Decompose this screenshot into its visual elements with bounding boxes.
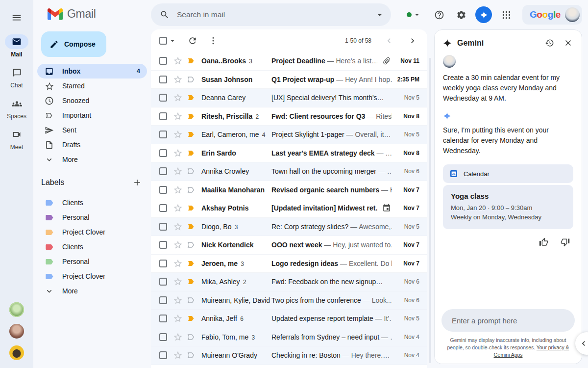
select-checkbox[interactable]	[159, 149, 167, 157]
create-label-button[interactable]	[132, 178, 142, 187]
select-checkbox[interactable]	[159, 296, 167, 304]
search-options-icon[interactable]	[374, 9, 385, 20]
gemini-toggle-button[interactable]	[475, 6, 492, 23]
star-icon[interactable]	[173, 240, 183, 250]
select-options-icon[interactable]	[168, 36, 177, 45]
select-checkbox[interactable]	[159, 278, 167, 286]
email-row[interactable]: Ritesh, Priscilla 2Fwd: Client resources…	[151, 107, 427, 126]
importance-marker-icon[interactable]	[186, 93, 196, 103]
label-item-more[interactable]: More	[37, 284, 147, 298]
prompt-input-pill[interactable]	[441, 309, 575, 332]
email-row[interactable]: Jeroen, me 3Logo redesign ideas — Excell…	[151, 255, 427, 273]
star-icon[interactable]	[173, 350, 183, 360]
compose-button[interactable]: Compose	[41, 31, 106, 57]
importance-marker-icon[interactable]	[186, 75, 196, 84]
email-row[interactable]: Annika, Jeff 6Updated expense report tem…	[151, 310, 427, 328]
sidebar-item-starred[interactable]: Starred	[37, 79, 147, 93]
avatar-yellow[interactable]	[9, 345, 24, 360]
help-button[interactable]	[429, 5, 449, 25]
rail-item-chat[interactable]: Chat	[1, 65, 32, 89]
select-checkbox[interactable]	[159, 241, 167, 249]
sidebar-item-inbox[interactable]: Inbox4	[37, 64, 147, 79]
close-icon[interactable]	[564, 38, 573, 48]
star-icon[interactable]	[173, 259, 183, 268]
sidebar-item-more[interactable]: More	[37, 152, 147, 167]
star-icon[interactable]	[173, 166, 183, 176]
refresh-button[interactable]	[188, 36, 197, 46]
select-checkbox[interactable]	[159, 204, 167, 212]
importance-marker-icon[interactable]	[186, 56, 196, 66]
account-avatar[interactable]	[565, 7, 580, 22]
presence-status[interactable]	[407, 10, 421, 19]
star-icon[interactable]	[173, 203, 183, 213]
label-item-project-clover[interactable]: Project Clover	[37, 269, 147, 284]
star-icon[interactable]	[173, 56, 183, 66]
email-row[interactable]: Diogo, Bo 3Re: Corp strategy slides? — A…	[151, 218, 427, 237]
email-row[interactable]: Erin SardoLast year's EMEA strategy deck…	[151, 144, 427, 163]
select-checkbox[interactable]	[159, 351, 167, 359]
importance-marker-icon[interactable]	[186, 130, 196, 139]
search-input[interactable]	[176, 10, 368, 20]
star-icon[interactable]	[173, 93, 183, 103]
email-row[interactable]: Susan JohnsonQ1 Project wrap-up — Hey An…	[151, 71, 427, 89]
sidebar-item-drafts[interactable]: Drafts	[37, 137, 147, 152]
select-checkbox[interactable]	[159, 131, 167, 138]
email-row[interactable]: Fabio, Tom, me 3Referrals from Sydney – …	[151, 328, 427, 347]
importance-marker-icon[interactable]	[186, 350, 196, 360]
email-row[interactable]: Akshay Potnis[Updated invitation] Midwes…	[151, 199, 427, 218]
star-icon[interactable]	[173, 222, 183, 232]
sidebar-item-important[interactable]: Important	[37, 108, 147, 123]
select-all-checkbox[interactable]	[159, 37, 167, 45]
rail-item-spaces[interactable]: Spaces	[1, 96, 32, 120]
label-item-clients[interactable]: Clients	[37, 195, 147, 210]
email-row[interactable]: Nick KortendickOOO next week — Hey, just…	[151, 236, 427, 255]
importance-marker-icon[interactable]	[186, 222, 196, 232]
main-menu-button[interactable]	[7, 8, 26, 27]
select-checkbox[interactable]	[159, 76, 167, 83]
importance-marker-icon[interactable]	[186, 314, 196, 323]
sidebar-item-sent[interactable]: Sent	[37, 123, 147, 137]
importance-marker-icon[interactable]	[186, 203, 196, 213]
email-row[interactable]: Deanna Carey[UX] Special delivery! This …	[151, 89, 427, 107]
star-icon[interactable]	[173, 148, 183, 158]
settings-button[interactable]	[451, 5, 471, 25]
select-checkbox[interactable]	[159, 260, 167, 267]
select-checkbox[interactable]	[159, 167, 167, 175]
importance-marker-icon[interactable]	[186, 259, 196, 268]
select-checkbox[interactable]	[159, 315, 167, 322]
email-row[interactable]: Mika, Ashley 2Fwd: Feedback on the new s…	[151, 273, 427, 291]
select-checkbox[interactable]	[159, 223, 167, 231]
avatar-green[interactable]	[9, 302, 24, 317]
star-icon[interactable]	[173, 277, 183, 287]
email-row[interactable]: Annika CrowleyTown hall on the upcoming …	[151, 162, 427, 181]
select-checkbox[interactable]	[159, 57, 167, 65]
select-checkbox[interactable]	[159, 94, 167, 102]
prompt-input[interactable]	[451, 316, 565, 325]
importance-marker-icon[interactable]	[186, 111, 196, 121]
label-item-personal[interactable]: Personal	[37, 210, 147, 225]
google-apps-button[interactable]	[496, 5, 516, 25]
star-icon[interactable]	[173, 185, 183, 195]
email-row[interactable]: Muireann, Kylie, DavidTwo pics from the …	[151, 291, 427, 310]
rail-item-mail[interactable]: Mail	[1, 34, 32, 58]
more-options-button[interactable]	[208, 36, 218, 46]
star-icon[interactable]	[173, 75, 183, 84]
select-checkbox[interactable]	[159, 333, 167, 341]
avatar-brown[interactable]	[9, 324, 24, 339]
history-icon[interactable]	[545, 38, 554, 48]
google-account-pill[interactable]: Google	[522, 5, 582, 25]
label-item-project-clover[interactable]: Project Clover	[37, 225, 147, 239]
select-checkbox[interactable]	[159, 112, 167, 120]
sidebar-item-snoozed[interactable]: Snoozed	[37, 93, 147, 108]
star-icon[interactable]	[173, 130, 183, 139]
rail-item-meet[interactable]: Meet	[1, 127, 32, 151]
star-icon[interactable]	[173, 295, 183, 305]
thumb-down-icon[interactable]	[561, 237, 570, 247]
email-row[interactable]: Oana..Brooks 3Project Deadline — Here's …	[151, 52, 427, 71]
importance-marker-icon[interactable]	[186, 295, 196, 305]
star-icon[interactable]	[173, 332, 183, 342]
importance-marker-icon[interactable]	[186, 185, 196, 195]
star-icon[interactable]	[173, 314, 183, 323]
importance-marker-icon[interactable]	[186, 148, 196, 158]
email-row[interactable]: Muireann O'GradyChecking in re: Boston —…	[151, 346, 427, 365]
